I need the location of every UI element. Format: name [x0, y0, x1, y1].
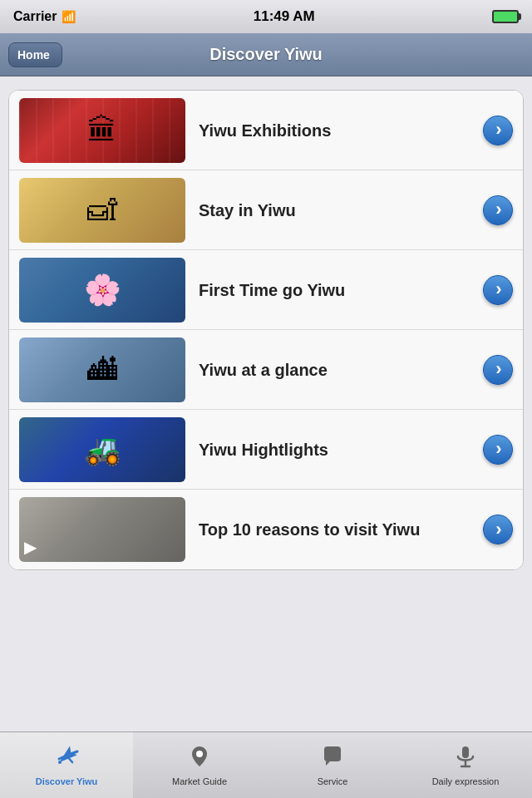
pin-icon	[187, 744, 212, 769]
arrow-icon-exhibitions	[483, 116, 513, 145]
plane-icon	[54, 744, 79, 769]
svg-rect-2	[462, 746, 469, 758]
thumbnail-glance	[19, 337, 185, 402]
list-item-glance[interactable]: Yiwu at a glance	[9, 330, 523, 410]
item-label-firsttime: First Time go Yiwu	[185, 279, 483, 301]
arrow-icon-firsttime	[483, 275, 513, 305]
status-time: 11:49 AM	[254, 8, 315, 25]
thumbnail-firsttime	[19, 258, 185, 323]
tab-label-market: Market Guide	[172, 776, 227, 786]
tab-service[interactable]: Service	[266, 732, 399, 798]
tab-discover[interactable]: Discover Yiwu	[0, 732, 133, 798]
tab-icon-market	[187, 744, 212, 773]
item-label-stay: Stay in Yiwu	[185, 200, 483, 221]
status-bar: Carrier 📶 11:49 AM	[0, 0, 532, 33]
thumbnail-stay	[19, 178, 185, 243]
battery-icon	[492, 10, 519, 23]
arrow-icon-top10	[483, 515, 513, 544]
tab-icon-discover	[54, 744, 79, 773]
item-label-exhibitions: Yiwu Exhibitions	[185, 120, 483, 141]
nav-bar: Home Discover Yiwu	[0, 33, 532, 76]
list-item-top10[interactable]: Top 10 reasons to visit Yiwu	[9, 490, 523, 569]
carrier-info: Carrier 📶	[13, 9, 76, 24]
item-label-top10: Top 10 reasons to visit Yiwu	[185, 519, 483, 540]
page-title: Discover Yiwu	[209, 45, 323, 64]
tab-label-daily: Daily expression	[432, 776, 500, 786]
wifi-icon: 📶	[62, 10, 76, 23]
carrier-text: Carrier	[13, 9, 57, 24]
tab-icon-service	[320, 744, 345, 773]
svg-point-1	[196, 751, 203, 757]
tab-market[interactable]: Market Guide	[133, 732, 266, 798]
item-label-highlights: Yiwu Hightlights	[185, 439, 483, 461]
thumbnail-top10	[19, 497, 185, 562]
mic-icon	[453, 744, 478, 769]
tab-label-discover: Discover Yiwu	[36, 776, 98, 786]
tab-icon-daily	[453, 744, 478, 773]
menu-list: Yiwu Exhibitions Stay in Yiwu First Time…	[8, 90, 524, 570]
list-item-firsttime[interactable]: First Time go Yiwu	[9, 250, 523, 330]
thumbnail-exhibitions	[19, 98, 185, 163]
arrow-icon-glance	[483, 355, 513, 385]
bubble-icon	[320, 744, 345, 769]
list-item-exhibitions[interactable]: Yiwu Exhibitions	[9, 91, 523, 170]
tab-bar: Discover Yiwu Market Guide Service Daily…	[0, 732, 532, 798]
main-content: Yiwu Exhibitions Stay in Yiwu First Time…	[0, 76, 532, 732]
item-label-glance: Yiwu at a glance	[185, 359, 483, 381]
tab-label-service: Service	[318, 776, 348, 786]
list-item-stay[interactable]: Stay in Yiwu	[9, 170, 523, 250]
thumbnail-highlights	[19, 417, 185, 482]
tab-daily[interactable]: Daily expression	[399, 732, 532, 798]
arrow-icon-highlights	[483, 435, 513, 465]
list-item-highlights[interactable]: Yiwu Hightlights	[9, 410, 523, 490]
arrow-icon-stay	[483, 195, 513, 225]
battery-area	[492, 10, 519, 23]
back-button[interactable]: Home	[8, 42, 62, 67]
svg-point-0	[58, 761, 62, 764]
